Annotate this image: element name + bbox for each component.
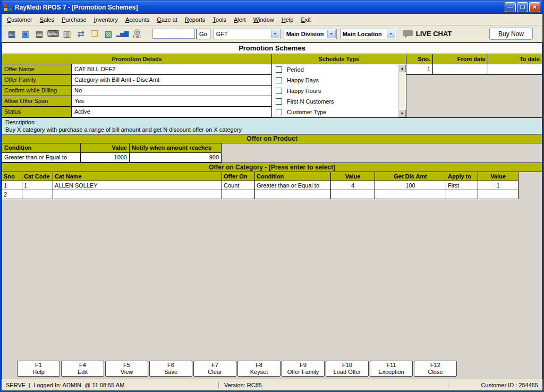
schedule-option-period[interactable]: Period — [272, 64, 406, 75]
keyboard-icon[interactable]: ⌨ — [46, 27, 60, 41]
scroll-up-icon[interactable]: ▲ — [398, 64, 406, 72]
chart-icon[interactable]: ▂▅▇ — [115, 27, 129, 41]
menu-help[interactable]: Help — [278, 15, 298, 24]
category-table-row[interactable]: 2 — [2, 190, 542, 199]
company-select[interactable]: GFT ▼ — [214, 29, 280, 39]
billing-icon[interactable]: ▦ — [5, 27, 19, 41]
title-bar[interactable]: RayMedi RPOS 7 - [Promotion Schemes] — ❐… — [2, 1, 542, 14]
cat-value-cell[interactable] — [331, 190, 375, 199]
buy-now-button[interactable]: Buy Now — [489, 28, 533, 40]
close-button-icon[interactable]: ✕ — [529, 2, 540, 12]
view-button[interactable]: F5 View — [105, 361, 148, 377]
checkbox-icon[interactable] — [276, 98, 282, 105]
transfer-icon[interactable]: ⇄ — [74, 27, 88, 41]
offer-on-cell[interactable]: Count — [222, 181, 255, 190]
toolbar: ▦ ▣ ▤ ⌨ ▥ ⇄ ❐ ▧ ▂▅▇ ◎ EXIT Go GFT ▼ Main… — [2, 25, 542, 42]
schedule-option-happy-hours[interactable]: Happy Hours — [272, 86, 406, 96]
help-button[interactable]: F1 Help — [17, 361, 60, 377]
schedule-option-first-n-customers[interactable]: First N Customers — [272, 96, 406, 107]
close-button[interactable]: F12 Close — [414, 361, 457, 377]
cat-condition-cell[interactable]: Greater than or Equal to — [255, 181, 331, 190]
menu-tools[interactable]: Tools — [209, 15, 230, 24]
cat-name-cell[interactable]: ALLEN SOLLEY — [53, 181, 222, 190]
menu-inventory[interactable]: Inventory — [90, 15, 122, 24]
description-panel: Description : Buy X category with purcha… — [2, 117, 542, 134]
exit-icon-label: EXIT — [133, 35, 141, 39]
save-button[interactable]: F6 Save — [149, 361, 192, 377]
checkbox-icon[interactable] — [276, 109, 282, 115]
go-button[interactable]: Go — [196, 29, 210, 39]
clear-button[interactable]: F7 Clear — [193, 361, 236, 377]
cat-sno-cell[interactable]: 2 — [2, 190, 22, 199]
from-date-cell[interactable] — [433, 64, 488, 75]
cat-condition-cell[interactable] — [255, 190, 331, 199]
sno-cell[interactable]: 1 — [406, 64, 433, 75]
cat-value2-cell[interactable] — [478, 190, 518, 199]
menu-reports[interactable]: Reports — [181, 15, 209, 24]
live-chat-link[interactable]: LIVE CHAT — [403, 30, 452, 38]
category-table-row[interactable]: 1 1 ALLEN SOLLEY Count Greater than or E… — [2, 181, 542, 190]
product-value-cell[interactable]: 1000 — [81, 153, 130, 163]
offer-on-cell[interactable] — [222, 190, 255, 199]
apply-to-cell[interactable]: First — [446, 181, 478, 190]
load-offer-button[interactable]: F10 Load Offer — [326, 361, 369, 377]
edit-button[interactable]: F4 Edit — [61, 361, 104, 377]
status-field[interactable]: Active — [72, 107, 272, 117]
offer-family-field[interactable]: Category with Bill Amt - Disc Amt — [72, 75, 272, 86]
toolbar-search-input[interactable] — [152, 29, 195, 39]
offer-family-button[interactable]: F9 Offer Family — [282, 361, 325, 377]
menu-accounts[interactable]: Accounts — [122, 15, 153, 24]
allow-offer-span-field[interactable]: Yes — [72, 96, 272, 107]
menu-alert[interactable]: Alert — [230, 15, 250, 24]
apply-to-cell[interactable] — [446, 190, 478, 199]
to-date-cell[interactable] — [488, 64, 542, 75]
cat-value2-cell[interactable]: 1 — [478, 181, 518, 190]
menu-sales[interactable]: Sales — [36, 15, 58, 24]
from-date-column — [433, 64, 488, 117]
cat-sno-cell[interactable]: 1 — [2, 181, 22, 190]
minimize-button-icon[interactable]: — — [505, 2, 516, 12]
save-icon[interactable]: ▣ — [19, 27, 32, 41]
product-notify-cell[interactable]: 900 — [130, 153, 222, 163]
scroll-down-icon[interactable]: ▼ — [398, 109, 406, 117]
menu-exit[interactable]: Exit — [297, 15, 314, 24]
get-dis-amt-cell[interactable] — [375, 190, 446, 199]
value-column-header: Value — [81, 143, 130, 153]
get-dis-amt-cell[interactable]: 100 — [375, 181, 446, 190]
chevron-down-icon[interactable]: ▼ — [271, 30, 279, 38]
cat-sno-header: Sno — [2, 172, 22, 181]
offer-on-category-table-header: Sno Cat Code Cat Name Offer On Condition… — [2, 172, 542, 181]
offer-name-field[interactable]: CAT BILL OFF2 — [72, 64, 272, 75]
chevron-down-icon[interactable]: ▼ — [387, 30, 395, 38]
cat-name-cell[interactable] — [53, 190, 222, 199]
chevron-down-icon[interactable]: ▼ — [327, 30, 336, 38]
restore-button-icon[interactable]: ❐ — [517, 2, 528, 12]
schedule-scrollbar[interactable]: ▲ ▼ — [398, 64, 406, 117]
fkey-label: Exception — [370, 369, 412, 376]
division-select[interactable]: Main Division ▼ — [284, 29, 337, 39]
cat-code-cell[interactable]: 1 — [22, 181, 53, 190]
schedule-option-happy-days[interactable]: Happy Days — [272, 75, 406, 86]
exit-icon[interactable]: ◎ EXIT — [129, 27, 145, 41]
schedule-option-customer-type[interactable]: Customer Type — [272, 107, 406, 117]
location-select[interactable]: Main Location ▼ — [340, 29, 396, 39]
cat-value-cell[interactable]: 4 — [331, 181, 375, 190]
product-condition-cell[interactable]: Greater than or Equal to — [2, 153, 81, 163]
image-icon[interactable]: ▧ — [101, 27, 115, 41]
menu-purchase[interactable]: Purchase — [58, 15, 90, 24]
cat-code-cell[interactable] — [22, 190, 53, 199]
fkey-key: F12 — [414, 362, 456, 369]
menu-window[interactable]: Window — [250, 15, 278, 24]
notes-icon[interactable]: ▥ — [60, 27, 74, 41]
print-icon[interactable]: ▤ — [32, 27, 46, 41]
checkbox-icon[interactable] — [276, 66, 282, 73]
confirm-while-billing-field[interactable]: No — [72, 86, 272, 96]
offer-on-product-table-header: Condition Value Notify when amount reach… — [2, 143, 542, 153]
folder-icon[interactable]: ❐ — [88, 27, 101, 41]
keyset-button[interactable]: F8 Keyset — [237, 361, 280, 377]
checkbox-icon[interactable] — [276, 77, 282, 83]
menu-customer[interactable]: Customer — [3, 15, 36, 24]
checkbox-icon[interactable] — [276, 88, 282, 94]
exception-button[interactable]: F11 Exception — [370, 361, 413, 377]
menu-gaze-at[interactable]: Gaze at — [153, 15, 181, 24]
